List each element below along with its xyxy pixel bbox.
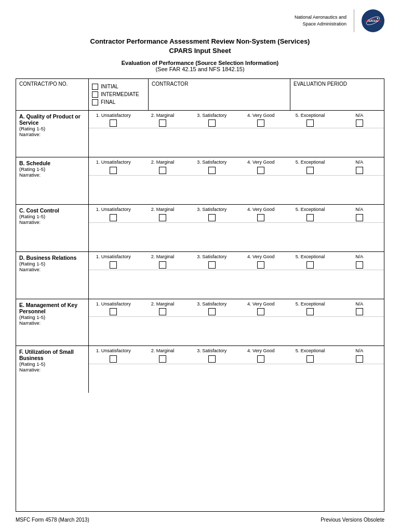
label-cell-e: E. Management of Key Personnel(Rating 1-… <box>16 299 89 346</box>
final-checkbox[interactable] <box>92 99 98 105</box>
eval-section: Evaluation of Performance (Source Select… <box>16 60 384 72</box>
ratings-top-a: 1. Unsatisfactory2. Marginal3. Satisfact… <box>89 111 384 129</box>
nasa-agency-text: National Aeronautics and Space Administr… <box>295 14 346 27</box>
rating-checkbox-f-3[interactable] <box>257 355 264 363</box>
label-cell-c: C. Cost Control(Rating 1-5)Narrative: <box>16 205 89 251</box>
rating-checkbox-c-5[interactable] <box>356 214 363 221</box>
rating-option-d-3: 4. Very Good <box>236 254 286 269</box>
rating-option-f-3: 4. Very Good <box>236 348 286 363</box>
label-cell-f: F. Utilization of Small Business(Rating … <box>16 346 89 393</box>
rating-checkbox-e-0[interactable] <box>110 308 117 315</box>
ratings-top-d: 1. Unsatisfactory2. Marginal3. Satisfact… <box>89 252 384 270</box>
rating-option-c-0: 1. Unsatisfactory <box>89 207 138 221</box>
rating-checkbox-f-0[interactable] <box>110 355 117 363</box>
rating-option-d-0: 1. Unsatisfactory <box>89 254 138 269</box>
category-row-a: A. Quality of Product or Service(Rating … <box>16 111 384 158</box>
rating-checkbox-f-4[interactable] <box>306 355 314 363</box>
category-title-f: F. Utilization of Small Business <box>19 349 85 361</box>
rating-checkbox-a-0[interactable] <box>110 119 117 127</box>
rating-label-d-1: 2. Marginal <box>151 254 175 260</box>
ratings-area-a: 1. Unsatisfactory2. Marginal3. Satisfact… <box>89 111 384 157</box>
rating-option-a-1: 2. Marginal <box>138 113 188 127</box>
rating-checkbox-a-3[interactable] <box>257 119 264 127</box>
rating-checkbox-d-1[interactable] <box>159 261 166 269</box>
rating-label-b-2: 3. Satisfactory <box>197 159 226 165</box>
rating-option-f-5: N/A <box>335 348 384 363</box>
rating-checkbox-e-5[interactable] <box>356 308 363 315</box>
rating-checkbox-e-1[interactable] <box>159 308 166 315</box>
rating-checkbox-b-3[interactable] <box>257 167 264 174</box>
rating-option-d-2: 3. Satisfactory <box>187 254 236 269</box>
category-narrative-label-b: Narrative: <box>19 172 85 178</box>
rating-checkbox-e-2[interactable] <box>208 308 216 315</box>
rating-label-c-2: 3. Satisfactory <box>197 207 226 212</box>
rating-label-f-4: 5. Exceptional <box>296 348 325 354</box>
rating-option-e-2: 3. Satisfactory <box>187 301 236 316</box>
rating-checkbox-b-1[interactable] <box>159 167 166 174</box>
rating-checkbox-d-0[interactable] <box>110 261 117 269</box>
rating-label-e-4: 5. Exceptional <box>296 301 325 307</box>
rating-label-c-1: 2. Marginal <box>151 207 175 212</box>
rating-checkbox-f-1[interactable] <box>159 355 166 363</box>
rating-label-a-2: 3. Satisfactory <box>197 113 226 118</box>
rating-checkbox-d-4[interactable] <box>306 261 314 269</box>
category-row-f: F. Utilization of Small Business(Rating … <box>16 346 384 393</box>
rating-label-b-4: 5. Exceptional <box>296 159 325 165</box>
rating-checkbox-f-5[interactable] <box>356 355 363 363</box>
rating-label-b-3: 4. Very Good <box>247 159 275 165</box>
rating-option-a-2: 3. Satisfactory <box>187 113 236 127</box>
rating-checkbox-a-1[interactable] <box>159 119 166 127</box>
rating-label-a-4: 5. Exceptional <box>296 113 325 118</box>
rating-checkbox-b-0[interactable] <box>110 167 117 174</box>
rating-label-c-5: N/A <box>355 207 363 212</box>
rating-checkbox-a-4[interactable] <box>306 119 314 127</box>
rating-option-a-3: 4. Very Good <box>236 113 286 127</box>
rating-label-f-0: 1. Unsatisfactory <box>96 348 131 354</box>
initial-checkbox[interactable] <box>92 84 98 90</box>
rating-checkbox-c-3[interactable] <box>257 214 264 221</box>
rating-option-a-0: 1. Unsatisfactory <box>89 113 138 127</box>
rating-option-c-4: 5. Exceptional <box>286 207 335 221</box>
rating-checkbox-a-5[interactable] <box>356 119 363 127</box>
rating-checkbox-d-2[interactable] <box>208 261 216 269</box>
ratings-top-f: 1. Unsatisfactory2. Marginal3. Satisfact… <box>89 346 384 364</box>
rating-checkbox-c-4[interactable] <box>306 214 314 221</box>
rating-label-e-2: 3. Satisfactory <box>197 301 226 307</box>
footer-right: Previous Versions Obsolete <box>321 517 384 523</box>
category-sub-a: (Rating 1-5) <box>19 126 85 131</box>
rating-option-e-3: 4. Very Good <box>236 301 286 316</box>
rating-option-b-5: N/A <box>335 159 384 174</box>
rating-option-a-5: N/A <box>335 113 384 127</box>
rating-label-b-0: 1. Unsatisfactory <box>96 159 131 165</box>
ratings-top-b: 1. Unsatisfactory2. Marginal3. Satisfact… <box>89 157 384 176</box>
rating-label-f-1: 2. Marginal <box>151 348 175 354</box>
eval-period-header: EVALUATION PERIOD <box>290 79 384 110</box>
rating-checkbox-e-4[interactable] <box>306 308 314 315</box>
form-header-row: CONTRACT/PO NO. INITIAL INTERMEDIATE FIN… <box>16 79 384 111</box>
page-header: National Aeronautics and Space Administr… <box>16 9 384 32</box>
ratings-top-e: 1. Unsatisfactory2. Marginal3. Satisfact… <box>89 299 384 317</box>
rating-checkbox-b-5[interactable] <box>356 167 363 174</box>
rating-checkbox-c-1[interactable] <box>159 214 166 221</box>
ratings-area-f: 1. Unsatisfactory2. Marginal3. Satisfact… <box>89 346 384 393</box>
sub-title: CPARS Input Sheet <box>16 47 384 55</box>
rating-checkbox-a-2[interactable] <box>208 119 216 127</box>
rating-label-a-3: 4. Very Good <box>247 113 275 118</box>
intermediate-label: INTERMEDIATE <box>101 91 139 97</box>
rating-checkbox-e-3[interactable] <box>257 308 264 315</box>
rating-checkbox-b-2[interactable] <box>208 167 216 174</box>
narrative-area-a <box>89 128 384 157</box>
title-section: Contractor Performance Assessment Review… <box>16 36 384 55</box>
contractor-header: CONTRACTOR <box>149 79 290 110</box>
rating-checkbox-d-5[interactable] <box>356 261 363 269</box>
rating-checkbox-c-0[interactable] <box>110 214 117 221</box>
rating-checkbox-f-2[interactable] <box>208 355 216 363</box>
rating-option-e-5: N/A <box>335 301 384 316</box>
rating-checkbox-b-4[interactable] <box>306 167 314 174</box>
rating-option-b-2: 3. Satisfactory <box>187 159 236 174</box>
intermediate-checkbox[interactable] <box>92 91 98 98</box>
initial-option: INITIAL <box>92 84 145 90</box>
rating-checkbox-c-2[interactable] <box>208 214 216 221</box>
rating-checkbox-d-3[interactable] <box>257 261 264 269</box>
category-title-e: E. Management of Key Personnel <box>19 302 85 314</box>
